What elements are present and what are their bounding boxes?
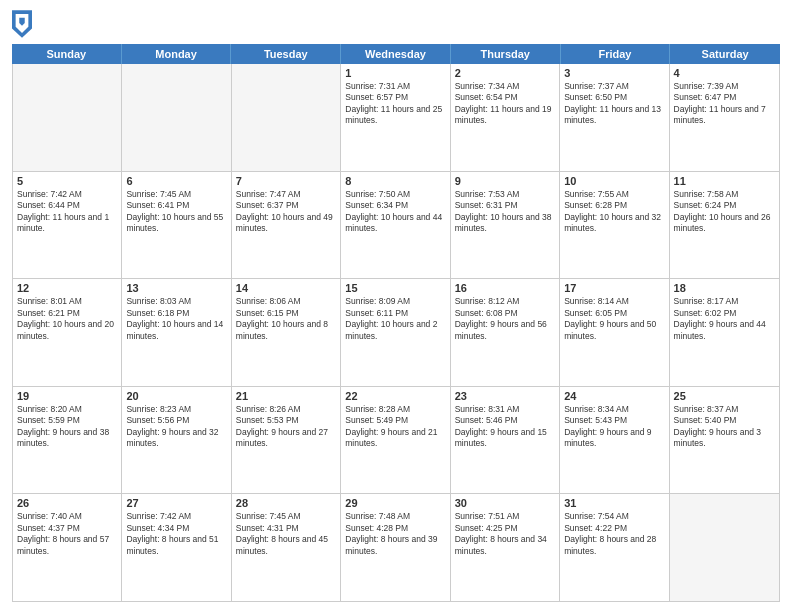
day-info: Sunrise: 8:09 AMSunset: 6:11 PMDaylight:… xyxy=(345,296,445,342)
day-cell-26: 26Sunrise: 7:40 AMSunset: 4:37 PMDayligh… xyxy=(13,494,122,601)
day-info: Sunrise: 8:01 AMSunset: 6:21 PMDaylight:… xyxy=(17,296,117,342)
day-info: Sunrise: 8:26 AMSunset: 5:53 PMDaylight:… xyxy=(236,404,336,450)
day-cell-7: 7Sunrise: 7:47 AMSunset: 6:37 PMDaylight… xyxy=(232,172,341,279)
header-day-wednesday: Wednesday xyxy=(341,44,451,64)
day-info: Sunrise: 8:17 AMSunset: 6:02 PMDaylight:… xyxy=(674,296,775,342)
day-info: Sunrise: 7:42 AMSunset: 6:44 PMDaylight:… xyxy=(17,189,117,235)
day-cell-5: 5Sunrise: 7:42 AMSunset: 6:44 PMDaylight… xyxy=(13,172,122,279)
day-cell-9: 9Sunrise: 7:53 AMSunset: 6:31 PMDaylight… xyxy=(451,172,560,279)
day-info: Sunrise: 7:39 AMSunset: 6:47 PMDaylight:… xyxy=(674,81,775,127)
day-number: 22 xyxy=(345,390,445,402)
day-number: 2 xyxy=(455,67,555,79)
day-cell-12: 12Sunrise: 8:01 AMSunset: 6:21 PMDayligh… xyxy=(13,279,122,386)
calendar: SundayMondayTuesdayWednesdayThursdayFrid… xyxy=(12,44,780,602)
day-number: 27 xyxy=(126,497,226,509)
day-info: Sunrise: 7:50 AMSunset: 6:34 PMDaylight:… xyxy=(345,189,445,235)
day-info: Sunrise: 8:31 AMSunset: 5:46 PMDaylight:… xyxy=(455,404,555,450)
calendar-week-4: 26Sunrise: 7:40 AMSunset: 4:37 PMDayligh… xyxy=(13,494,779,601)
day-info: Sunrise: 7:48 AMSunset: 4:28 PMDaylight:… xyxy=(345,511,445,557)
day-cell-13: 13Sunrise: 8:03 AMSunset: 6:18 PMDayligh… xyxy=(122,279,231,386)
day-cell-20: 20Sunrise: 8:23 AMSunset: 5:56 PMDayligh… xyxy=(122,387,231,494)
header xyxy=(12,10,780,38)
day-info: Sunrise: 7:42 AMSunset: 4:34 PMDaylight:… xyxy=(126,511,226,557)
day-info: Sunrise: 7:55 AMSunset: 6:28 PMDaylight:… xyxy=(564,189,664,235)
day-cell-19: 19Sunrise: 8:20 AMSunset: 5:59 PMDayligh… xyxy=(13,387,122,494)
day-number: 28 xyxy=(236,497,336,509)
day-cell-31: 31Sunrise: 7:54 AMSunset: 4:22 PMDayligh… xyxy=(560,494,669,601)
day-info: Sunrise: 7:51 AMSunset: 4:25 PMDaylight:… xyxy=(455,511,555,557)
day-cell-18: 18Sunrise: 8:17 AMSunset: 6:02 PMDayligh… xyxy=(670,279,779,386)
day-cell-17: 17Sunrise: 8:14 AMSunset: 6:05 PMDayligh… xyxy=(560,279,669,386)
day-info: Sunrise: 7:37 AMSunset: 6:50 PMDaylight:… xyxy=(564,81,664,127)
day-number: 8 xyxy=(345,175,445,187)
logo-icon xyxy=(12,10,32,38)
calendar-week-3: 19Sunrise: 8:20 AMSunset: 5:59 PMDayligh… xyxy=(13,387,779,495)
day-cell-23: 23Sunrise: 8:31 AMSunset: 5:46 PMDayligh… xyxy=(451,387,560,494)
day-number: 31 xyxy=(564,497,664,509)
header-day-saturday: Saturday xyxy=(670,44,780,64)
day-info: Sunrise: 8:34 AMSunset: 5:43 PMDaylight:… xyxy=(564,404,664,450)
day-number: 30 xyxy=(455,497,555,509)
day-cell-2: 2Sunrise: 7:34 AMSunset: 6:54 PMDaylight… xyxy=(451,64,560,171)
day-info: Sunrise: 7:47 AMSunset: 6:37 PMDaylight:… xyxy=(236,189,336,235)
day-number: 29 xyxy=(345,497,445,509)
day-number: 17 xyxy=(564,282,664,294)
day-number: 24 xyxy=(564,390,664,402)
day-cell-11: 11Sunrise: 7:58 AMSunset: 6:24 PMDayligh… xyxy=(670,172,779,279)
day-cell-6: 6Sunrise: 7:45 AMSunset: 6:41 PMDaylight… xyxy=(122,172,231,279)
calendar-container: SundayMondayTuesdayWednesdayThursdayFrid… xyxy=(0,0,792,612)
day-number: 18 xyxy=(674,282,775,294)
day-number: 19 xyxy=(17,390,117,402)
day-number: 7 xyxy=(236,175,336,187)
day-info: Sunrise: 7:45 AMSunset: 6:41 PMDaylight:… xyxy=(126,189,226,235)
day-number: 16 xyxy=(455,282,555,294)
day-number: 10 xyxy=(564,175,664,187)
empty-cell xyxy=(13,64,122,171)
calendar-grid: 1Sunrise: 7:31 AMSunset: 6:57 PMDaylight… xyxy=(12,64,780,602)
header-day-tuesday: Tuesday xyxy=(231,44,341,64)
day-info: Sunrise: 7:54 AMSunset: 4:22 PMDaylight:… xyxy=(564,511,664,557)
calendar-week-1: 5Sunrise: 7:42 AMSunset: 6:44 PMDaylight… xyxy=(13,172,779,280)
day-info: Sunrise: 7:45 AMSunset: 4:31 PMDaylight:… xyxy=(236,511,336,557)
day-cell-10: 10Sunrise: 7:55 AMSunset: 6:28 PMDayligh… xyxy=(560,172,669,279)
day-info: Sunrise: 8:14 AMSunset: 6:05 PMDaylight:… xyxy=(564,296,664,342)
day-cell-8: 8Sunrise: 7:50 AMSunset: 6:34 PMDaylight… xyxy=(341,172,450,279)
day-number: 1 xyxy=(345,67,445,79)
logo xyxy=(12,10,34,38)
day-cell-27: 27Sunrise: 7:42 AMSunset: 4:34 PMDayligh… xyxy=(122,494,231,601)
day-number: 15 xyxy=(345,282,445,294)
day-cell-22: 22Sunrise: 8:28 AMSunset: 5:49 PMDayligh… xyxy=(341,387,450,494)
day-number: 6 xyxy=(126,175,226,187)
calendar-header: SundayMondayTuesdayWednesdayThursdayFrid… xyxy=(12,44,780,64)
day-number: 4 xyxy=(674,67,775,79)
day-number: 11 xyxy=(674,175,775,187)
day-number: 13 xyxy=(126,282,226,294)
day-number: 9 xyxy=(455,175,555,187)
day-number: 26 xyxy=(17,497,117,509)
day-info: Sunrise: 8:23 AMSunset: 5:56 PMDaylight:… xyxy=(126,404,226,450)
day-number: 3 xyxy=(564,67,664,79)
day-cell-25: 25Sunrise: 8:37 AMSunset: 5:40 PMDayligh… xyxy=(670,387,779,494)
day-number: 21 xyxy=(236,390,336,402)
empty-cell xyxy=(122,64,231,171)
day-info: Sunrise: 8:37 AMSunset: 5:40 PMDaylight:… xyxy=(674,404,775,450)
day-info: Sunrise: 7:58 AMSunset: 6:24 PMDaylight:… xyxy=(674,189,775,235)
day-info: Sunrise: 8:03 AMSunset: 6:18 PMDaylight:… xyxy=(126,296,226,342)
day-number: 20 xyxy=(126,390,226,402)
day-info: Sunrise: 8:12 AMSunset: 6:08 PMDaylight:… xyxy=(455,296,555,342)
header-day-sunday: Sunday xyxy=(12,44,122,64)
day-number: 5 xyxy=(17,175,117,187)
empty-cell xyxy=(670,494,779,601)
day-cell-1: 1Sunrise: 7:31 AMSunset: 6:57 PMDaylight… xyxy=(341,64,450,171)
header-day-friday: Friday xyxy=(561,44,671,64)
day-number: 25 xyxy=(674,390,775,402)
header-day-monday: Monday xyxy=(122,44,232,64)
day-number: 23 xyxy=(455,390,555,402)
day-info: Sunrise: 7:53 AMSunset: 6:31 PMDaylight:… xyxy=(455,189,555,235)
calendar-week-0: 1Sunrise: 7:31 AMSunset: 6:57 PMDaylight… xyxy=(13,64,779,172)
day-cell-4: 4Sunrise: 7:39 AMSunset: 6:47 PMDaylight… xyxy=(670,64,779,171)
day-number: 14 xyxy=(236,282,336,294)
day-cell-24: 24Sunrise: 8:34 AMSunset: 5:43 PMDayligh… xyxy=(560,387,669,494)
empty-cell xyxy=(232,64,341,171)
day-info: Sunrise: 7:31 AMSunset: 6:57 PMDaylight:… xyxy=(345,81,445,127)
